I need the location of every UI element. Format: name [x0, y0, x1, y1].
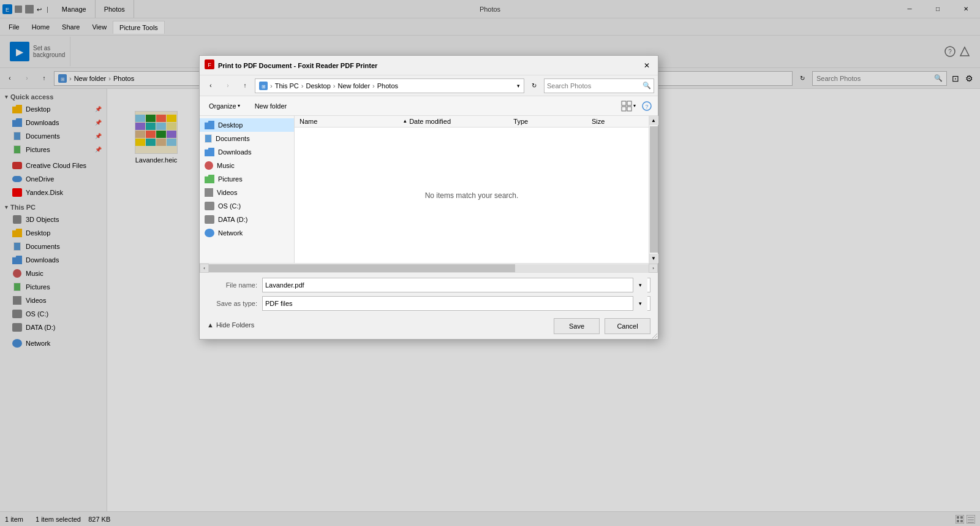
network-dialog-icon: [205, 229, 214, 237]
dialog-close-button[interactable]: ✕: [641, 59, 653, 72]
svg-text:?: ?: [645, 104, 648, 110]
dialog-body: Desktop Documents Downloads Music: [200, 116, 658, 263]
dialog-foxit-icon: F: [205, 59, 214, 71]
col-name-header[interactable]: Name: [300, 118, 404, 125]
svg-rect-29: [622, 107, 626, 111]
column-headers: Name ▴ Date modified Type Size: [295, 116, 649, 128]
view-toggle-icon[interactable]: [621, 101, 632, 112]
dialog-sidebar-pictures[interactable]: Pictures: [200, 172, 294, 186]
save-button[interactable]: Save: [554, 318, 600, 334]
dialog-toolbar: Organize ▾ New folder ▾ ?: [200, 96, 658, 116]
dialog-sidebar-music[interactable]: Music: [200, 159, 294, 172]
dialog-sidebar-desktop[interactable]: Desktop: [200, 118, 294, 132]
dialog-sidebar-downloads[interactable]: Downloads: [200, 145, 294, 159]
dialog-content: Name ▴ Date modified Type Size No items …: [295, 116, 649, 263]
dialog-sidebar-videos[interactable]: Videos: [200, 186, 294, 199]
file-name-row: File name: ▾: [207, 278, 650, 292]
dialog-overlay: F Print to PDF Document - Foxit Reader P…: [0, 0, 980, 526]
dialog-path-newfolder[interactable]: New folder: [338, 82, 371, 90]
dialog-back-button[interactable]: ‹: [203, 78, 218, 93]
downloads-folder-icon: [205, 148, 214, 156]
save-type-input[interactable]: [265, 300, 633, 307]
dialog-sidebar-osc[interactable]: OS (C:): [200, 199, 294, 213]
svg-rect-30: [627, 107, 631, 111]
dialog-search-box[interactable]: 🔍: [544, 78, 654, 93]
empty-message: No items match your search.: [295, 128, 649, 263]
view-dropdown-icon[interactable]: ▾: [633, 103, 636, 109]
dialog-nav: ‹ › ↑ ⊞ › This PC › Desktop › New folder…: [200, 75, 658, 96]
view-options: ▾: [621, 101, 636, 112]
save-type-row: Save as type: ▾: [207, 296, 650, 311]
pictures-folder-icon: [205, 175, 214, 183]
organize-dropdown-icon: ▾: [238, 103, 240, 109]
dialog-path-photos[interactable]: Photos: [377, 82, 398, 90]
dialog-body-wrapper: Desktop Documents Downloads Music: [200, 116, 658, 263]
music-folder-icon: [205, 161, 213, 170]
file-name-label: File name:: [207, 281, 262, 289]
cancel-button[interactable]: Cancel: [605, 318, 650, 334]
scroll-down-arrow[interactable]: ▼: [649, 254, 658, 263]
svg-text:⊞: ⊞: [262, 84, 266, 90]
col-date-header[interactable]: Date modified: [409, 118, 513, 125]
dialog-sidebar-datad[interactable]: DATA (D:): [200, 213, 294, 226]
hide-folders-arrow: ▲: [207, 321, 214, 329]
hscroll-right[interactable]: ›: [649, 264, 658, 273]
svg-rect-28: [627, 101, 631, 105]
videos-folder-icon: [205, 188, 213, 197]
drive-c-dialog-icon: [205, 202, 214, 210]
file-name-dropdown[interactable]: ▾: [633, 278, 647, 292]
dialog-sidebar-documents[interactable]: Documents: [200, 132, 294, 145]
col-type-header[interactable]: Type: [513, 118, 592, 125]
save-type-label: Save as type:: [207, 300, 262, 307]
dialog-search-icon: 🔍: [643, 82, 651, 90]
scroll-thumb[interactable]: [650, 126, 658, 253]
scroll-up-arrow[interactable]: ▲: [649, 116, 658, 125]
dialog-vscroll[interactable]: ▲ ▼: [649, 116, 658, 263]
save-type-dropdown[interactable]: ▾: [633, 296, 647, 311]
resize-handle[interactable]: [650, 332, 658, 339]
new-folder-button[interactable]: New folder: [249, 101, 293, 112]
dialog-path-dropdown[interactable]: ▾: [517, 83, 520, 89]
dialog-hscroll[interactable]: ‹ ›: [200, 263, 658, 272]
dialog-forward-button[interactable]: ›: [221, 78, 235, 93]
dialog-sidebar-network[interactable]: Network: [200, 226, 294, 240]
dialog-titlebar: F Print to PDF Document - Foxit Reader P…: [200, 56, 658, 75]
organize-button[interactable]: Organize ▾: [203, 101, 246, 112]
save-dialog: F Print to PDF Document - Foxit Reader P…: [199, 55, 658, 340]
dialog-address[interactable]: ⊞ › This PC › Desktop › New folder › Pho…: [255, 78, 524, 93]
help-button[interactable]: ?: [639, 99, 654, 113]
svg-rect-27: [622, 101, 626, 105]
svg-line-34: [655, 336, 657, 338]
col-size-header[interactable]: Size: [592, 118, 644, 125]
svg-line-33: [652, 334, 657, 338]
svg-text:F: F: [208, 62, 211, 68]
save-type-input-wrapper[interactable]: ▾: [262, 296, 650, 311]
desktop-folder-icon: [205, 121, 214, 129]
sort-icon: ▴: [404, 118, 407, 125]
dialog-search-input[interactable]: [547, 82, 643, 90]
dialog-sidebar: Desktop Documents Downloads Music: [200, 116, 295, 263]
dialog-footer: File name: ▾ Save as type: ▾ ▲ Hide Fold…: [200, 272, 658, 339]
drive-d-dialog-icon: [205, 215, 214, 224]
hscroll-thumb[interactable]: [209, 264, 515, 272]
file-name-input[interactable]: [265, 281, 633, 289]
dialog-up-button[interactable]: ↑: [238, 78, 252, 93]
dialog-path-desktop[interactable]: Desktop: [306, 82, 330, 90]
hide-folders-toggle[interactable]: ▲ Hide Folders: [207, 321, 254, 329]
hscroll-track[interactable]: [209, 264, 649, 272]
documents-folder-icon: [205, 134, 212, 143]
dialog-path-thispc[interactable]: This PC: [275, 82, 299, 90]
file-name-input-wrapper[interactable]: ▾: [262, 278, 650, 292]
dialog-actions: Save Cancel: [554, 318, 650, 334]
hscroll-left[interactable]: ‹: [200, 264, 209, 273]
dialog-refresh-button[interactable]: ↻: [527, 78, 541, 93]
dialog-title: Print to PDF Document - Foxit Reader PDF…: [218, 62, 637, 69]
